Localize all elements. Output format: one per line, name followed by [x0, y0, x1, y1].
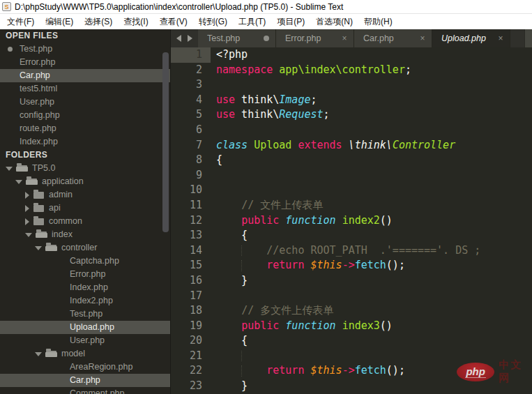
menu-item-6[interactable]: 转到(G) [193, 15, 233, 29]
tree-folder-item[interactable]: controller [0, 241, 170, 255]
tree-folder-item[interactable]: api [0, 202, 170, 215]
code-line: 15 return $this->fetch(); [171, 258, 532, 273]
tree-item-label: Index.php [70, 281, 108, 294]
code-token: Image [279, 93, 310, 106]
triangle-right-icon[interactable] [25, 218, 29, 225]
open-file-item[interactable]: route.php [0, 122, 170, 135]
open-file-item[interactable]: Test.php [0, 43, 170, 56]
tab-error-php[interactable]: Error.php× [276, 29, 354, 47]
tree-item-label: common [49, 215, 82, 228]
triangle-down-icon[interactable] [35, 246, 42, 250]
line-text [211, 168, 532, 183]
menu-item-3[interactable]: 选择(S) [79, 15, 118, 29]
tree-file-item[interactable]: Index.php [0, 281, 170, 294]
triangle-right-icon[interactable] [25, 205, 29, 212]
tab-close-icon[interactable]: × [340, 33, 349, 43]
tree-file-item[interactable]: Comment.php [0, 387, 170, 394]
line-number: 4 [171, 93, 211, 108]
open-file-item[interactable]: User.php [0, 96, 170, 109]
tree-item-label: model [61, 347, 85, 361]
tab-close-icon[interactable]: × [418, 33, 427, 43]
tree-item-label: Index2.php [70, 294, 113, 308]
folder-closed-icon [33, 218, 44, 225]
triangle-right-icon[interactable] [25, 192, 29, 199]
tree-file-item[interactable]: AreaRegion.php [0, 361, 170, 374]
open-file-item[interactable]: config.php [0, 109, 170, 122]
code-token: think\ [235, 93, 279, 106]
code-token: //echo ROOT_PATH .'======='. DS ; [266, 244, 480, 257]
code-token: app\index\controller [279, 63, 405, 76]
triangle-down-icon[interactable] [25, 233, 32, 237]
open-file-label: Index.php [20, 135, 58, 149]
triangle-down-icon[interactable] [6, 167, 13, 171]
sidebar-scrollbar-thumb[interactable] [162, 52, 169, 232]
tab-upload-php[interactable]: Upload.php× [432, 29, 510, 47]
tree-folder-item[interactable]: common [0, 215, 170, 228]
code-token [216, 319, 241, 332]
sublime-text-icon[interactable]: S [2, 2, 11, 11]
code-line: 3 [171, 77, 532, 93]
tree-item-label: api [49, 202, 61, 215]
tree-file-item[interactable]: Upload.php [0, 321, 170, 334]
tab-modified-dot-icon [264, 36, 269, 41]
tree-folder-item[interactable]: TP5.0 [0, 162, 170, 175]
menu-item-8[interactable]: 项目(P) [271, 15, 310, 29]
open-file-item[interactable]: Error.php [0, 56, 170, 69]
menu-item-5[interactable]: 查看(V) [154, 15, 193, 29]
menu-item-4[interactable]: 查找(I) [118, 15, 153, 29]
code-token: class [216, 139, 248, 151]
triangle-down-icon[interactable] [35, 352, 42, 356]
tab-prev-icon[interactable] [176, 35, 181, 42]
code-token: { [216, 153, 222, 166]
tab-next-icon[interactable] [188, 35, 192, 42]
tree-folder-item[interactable]: model [0, 347, 170, 361]
menu-item-7[interactable]: 工具(T) [233, 15, 271, 29]
open-file-label: route.php [20, 122, 56, 135]
menu-item-2[interactable]: 编辑(E) [40, 15, 79, 29]
open-file-item[interactable]: Index.php [0, 135, 170, 149]
code-line: 10 [171, 183, 532, 198]
tree-file-item[interactable]: Car.php [0, 374, 170, 387]
code-line: 2namespace app\index\controller; [171, 63, 532, 78]
code-token [216, 214, 241, 227]
menu-item-9[interactable]: 首选项(N) [310, 15, 358, 29]
line-text: use think\Image; [211, 93, 532, 108]
tree-file-item[interactable]: Error.php [0, 268, 170, 281]
line-number: 22 [171, 363, 211, 379]
tree-file-item[interactable]: Index2.php [0, 294, 170, 308]
tree-folder-item[interactable]: application [0, 175, 170, 188]
open-file-item[interactable]: Car.php [0, 69, 170, 82]
line-text [211, 123, 532, 138]
indent-guide [241, 365, 242, 377]
tree-item-label: Comment.php [70, 387, 125, 394]
line-text: } [211, 273, 532, 289]
indent-guide [241, 351, 242, 362]
folder-open-icon [46, 351, 56, 357]
menu-item-1[interactable]: 文件(F) [1, 15, 40, 29]
code-token [342, 139, 349, 151]
folders-header: FOLDERS [0, 149, 170, 162]
code-token: return [266, 259, 304, 271]
tree-folder-item[interactable]: index [0, 228, 170, 241]
code-token [216, 199, 241, 211]
line-text: use think\Request; [211, 107, 532, 123]
tree-file-item[interactable]: Captcha.php [0, 255, 170, 268]
code-editor[interactable]: 1<?php2namespace app\index\controller;34… [171, 47, 532, 394]
modified-dot-icon [8, 47, 13, 52]
tab-close-icon[interactable]: × [496, 33, 506, 43]
tree-folder-item[interactable]: admin [0, 188, 170, 202]
triangle-down-icon[interactable] [15, 180, 22, 184]
tab-test-php[interactable]: Test.php [198, 29, 276, 47]
tree-file-item[interactable]: User.php [0, 334, 170, 347]
code-token: use [216, 108, 235, 121]
open-file-item[interactable]: test5.html [0, 82, 170, 96]
code-token: ; [405, 63, 411, 76]
open-files-list: Test.phpError.phpCar.phptest5.htmlUser.p… [0, 43, 170, 149]
tree-file-item[interactable]: Test.php [0, 308, 170, 321]
menu-item-10[interactable]: 帮助(H) [358, 15, 398, 29]
code-token: fetch [355, 364, 386, 377]
line-number: 20 [171, 333, 211, 349]
open-files-header: OPEN FILES [0, 29, 170, 43]
tab-car-php[interactable]: Car.php× [354, 29, 432, 47]
code-token: // 文件上传表单 [241, 199, 323, 211]
